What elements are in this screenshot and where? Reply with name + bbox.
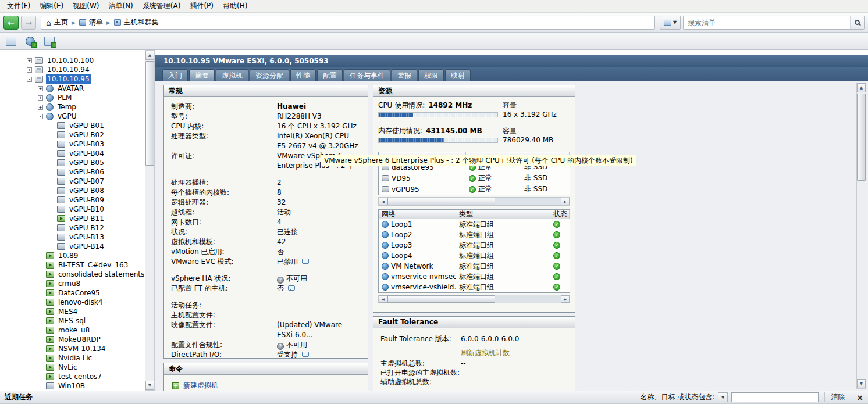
network-column-header[interactable]: 类型: [456, 210, 550, 219]
tree-item[interactable]: vGPU-B12: [0, 223, 145, 232]
menu-item[interactable]: 编辑(E): [35, 0, 68, 12]
filter-dropdown-button[interactable]: [718, 392, 728, 402]
tree-scrollbar-thumb[interactable]: [145, 61, 154, 166]
storage-hscrollbar-thumb[interactable]: [387, 198, 495, 205]
comment-bubble-icon[interactable]: [302, 259, 309, 264]
tree-item[interactable]: NSVM-10.134: [0, 344, 145, 353]
tab[interactable]: 任务与事件: [344, 69, 390, 81]
tree-scrollbar[interactable]: [145, 50, 155, 391]
back-button[interactable]: [3, 16, 19, 30]
forward-button[interactable]: [21, 16, 36, 30]
expander-icon[interactable]: +: [38, 86, 43, 91]
tab[interactable]: 性能: [290, 69, 316, 81]
tree-item[interactable]: vGPU-B04: [0, 149, 145, 158]
tree-item[interactable]: + Temp: [0, 102, 145, 112]
tree-item[interactable]: - 10.10.10.95: [0, 74, 145, 84]
close-tasks-panel-icon[interactable]: [856, 393, 863, 402]
network-column-header[interactable]: 状态: [550, 210, 570, 219]
tree-item[interactable]: Win10B: [0, 381, 145, 391]
create-cluster-button[interactable]: [26, 37, 35, 46]
tree-item[interactable]: vGPU-B05: [0, 158, 145, 167]
tree-item[interactable]: vGPU-B08: [0, 186, 145, 195]
tree-item[interactable]: MokeU8RDP: [0, 335, 145, 344]
scroll-up-icon[interactable]: [145, 51, 154, 60]
menu-item[interactable]: 插件(P): [185, 0, 218, 12]
network-row[interactable]: Loop2 标准端口组: [379, 230, 570, 240]
scroll-left-icon[interactable]: [379, 198, 387, 205]
network-column-header[interactable]: 网络: [379, 210, 456, 219]
content-scrollbar[interactable]: [856, 83, 866, 389]
create-vm-button[interactable]: [44, 37, 55, 46]
command-link[interactable]: 新建虚拟机: [172, 381, 360, 391]
tab[interactable]: 权限: [418, 69, 444, 81]
menu-item[interactable]: 清单(N): [104, 0, 137, 12]
tree-item[interactable]: consolidated statements: [0, 270, 145, 279]
tab[interactable]: 配置: [317, 69, 343, 81]
refresh-vm-count-link[interactable]: 刷新虚拟机计数: [461, 348, 568, 357]
menu-item[interactable]: 视图(W): [68, 0, 104, 12]
comment-bubble-icon[interactable]: [288, 285, 295, 291]
tree-item[interactable]: test-centos7: [0, 372, 145, 381]
network-row[interactable]: VM Network 标准端口组: [379, 261, 570, 271]
tree-item[interactable]: 10.89 -: [0, 251, 145, 260]
expander-icon[interactable]: -: [27, 77, 32, 82]
tree-item[interactable]: BI-TEST_C#dev_163: [0, 260, 145, 270]
content-scrollbar-thumb[interactable]: [857, 94, 866, 181]
scroll-up-icon[interactable]: [857, 83, 866, 92]
tree-item[interactable]: vGPU-B10: [0, 205, 145, 214]
tree-item[interactable]: + 10.10.10.100: [0, 56, 145, 65]
tab[interactable]: 映射: [445, 69, 471, 81]
tree-item[interactable]: MES4: [0, 307, 145, 316]
tree-item[interactable]: vGPU-B03: [0, 139, 145, 149]
tree-item[interactable]: - vGPU: [0, 112, 145, 121]
tree-item[interactable]: vGPU-B11: [0, 214, 145, 223]
tree-item[interactable]: vGPU-B07: [0, 177, 145, 186]
breadcrumb-inventory[interactable]: 清单: [79, 17, 103, 27]
tree-item[interactable]: moke_u8: [0, 325, 145, 335]
network-row[interactable]: Loop4 标准端口组: [379, 250, 570, 261]
breadcrumb-home[interactable]: 主页: [46, 17, 68, 27]
network-row[interactable]: vmservice-vshield... 标准端口组: [379, 282, 570, 292]
tree-item[interactable]: vGPU-B14: [0, 242, 145, 251]
network-row[interactable]: Loop1 标准端口组: [379, 219, 570, 230]
network-hscrollbar-thumb[interactable]: [387, 295, 495, 303]
menu-item[interactable]: 文件(F): [2, 0, 35, 12]
search-input[interactable]: [684, 19, 850, 27]
tree-item[interactable]: NvLic: [0, 363, 145, 372]
menu-item[interactable]: 帮助(H): [218, 0, 252, 12]
tree-item[interactable]: lenovo-disk4: [0, 298, 145, 307]
menu-item[interactable]: 系统管理(A): [138, 0, 186, 12]
network-row[interactable]: Loop3 标准端口组: [379, 240, 570, 250]
storage-row[interactable]: VD95 正常 非 SSD: [379, 173, 570, 184]
tab[interactable]: 警报: [392, 69, 417, 81]
tree-item[interactable]: + AVATAR: [0, 84, 145, 93]
scroll-down-icon[interactable]: [145, 381, 154, 390]
scroll-left-icon[interactable]: [379, 295, 387, 303]
storage-hscrollbar[interactable]: [378, 197, 570, 206]
expander-icon[interactable]: +: [27, 67, 32, 73]
tree-item[interactable]: vGPU-B06: [0, 167, 145, 177]
tree-item[interactable]: + PLM: [0, 93, 145, 102]
tree-item[interactable]: + 10.10.10.94: [0, 65, 145, 74]
tab[interactable]: 资源分配: [250, 69, 289, 81]
clear-filter-button[interactable]: 清除: [824, 392, 851, 402]
tree-item[interactable]: DataCore95: [0, 288, 145, 298]
tree-item[interactable]: crmu8: [0, 279, 145, 288]
scroll-right-icon[interactable]: [561, 198, 570, 205]
tree-item[interactable]: vGPU-B13: [0, 232, 145, 242]
tab[interactable]: 入门: [162, 69, 188, 81]
storage-row[interactable]: vGPU95 正常 非 SSD: [379, 184, 570, 195]
tree-item[interactable]: vGPU-B09: [0, 195, 145, 205]
search-scope-button[interactable]: [660, 16, 681, 30]
comment-bubble-icon[interactable]: [302, 352, 309, 357]
expander-icon[interactable]: +: [38, 95, 43, 101]
tree-item[interactable]: MES-sql: [0, 316, 145, 325]
breadcrumb-hosts-clusters[interactable]: 主机和群集: [114, 17, 159, 27]
search-button[interactable]: [850, 16, 864, 29]
network-hscrollbar[interactable]: [378, 295, 570, 303]
tree-item[interactable]: Nvidia Lic: [0, 353, 145, 363]
network-row[interactable]: vmservice-nvmsec... 标准端口组: [379, 271, 570, 282]
tree-item[interactable]: vGPU-B01: [0, 121, 145, 130]
tree-item[interactable]: vGPU-B02: [0, 130, 145, 139]
tab[interactable]: 摘要: [189, 69, 215, 81]
